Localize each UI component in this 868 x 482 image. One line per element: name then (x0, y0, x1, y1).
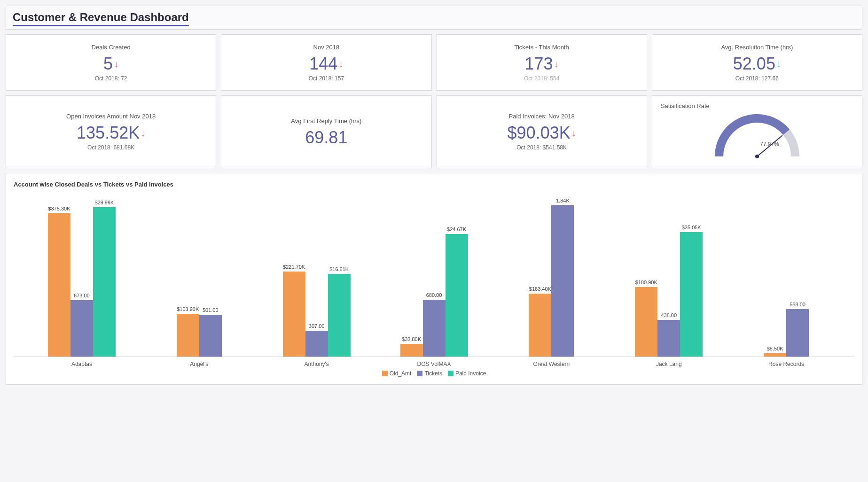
bar-value-label: $24.67K (447, 226, 466, 232)
chart-area: $375.30K673.00$29.99K$103.90K501.00$221.… (14, 202, 854, 357)
kpi-card-r2-2[interactable]: Paid Invoices: Nov 2018 $90.03K↓ Oct 201… (437, 95, 647, 168)
bar-value-label: 680.00 (426, 292, 442, 298)
kpi-sub: Oct 2018: 554 (524, 75, 559, 82)
bar-value-label: $375.30K (48, 206, 70, 211)
kpi-value: 52.05↓ (733, 55, 781, 72)
kpi-value: 144↓ (309, 55, 343, 72)
kpi-card-gauge[interactable]: Satisification Rate 77.97% (652, 95, 862, 168)
bar-old_amt[interactable]: $103.90K (177, 314, 199, 357)
kpi-value: $90.03K↓ (508, 124, 576, 141)
chart-title: Account wise Closed Deals vs Tickets vs … (14, 181, 854, 188)
kpi-card-r1-2[interactable]: Tickets - This Month 173↓ Oct 2018: 554 (437, 34, 647, 91)
legend-label: Paid Invoice (455, 370, 486, 377)
kpi-sub: Oct 2018: 127.66 (735, 75, 779, 82)
bar-value-label: $25.05K (682, 225, 701, 230)
gauge-icon: 77.97% (701, 109, 813, 161)
chart-legend: Old_Amt Tickets Paid Invoice (14, 370, 854, 377)
kpi-label: Avg First Reply Time (hrs) (291, 117, 361, 124)
bar-value-label: $180.90K (635, 280, 657, 285)
legend-paid-invoice[interactable]: Paid Invoice (448, 370, 486, 377)
bar-value-label: $16.61K (329, 266, 349, 272)
kpi-card-r2-1[interactable]: Avg First Reply Time (hrs) 69.81 (221, 95, 431, 168)
kpi-sub: Oct 2018: 681.68K (87, 144, 134, 151)
bar-old_amt[interactable]: $163.40K (529, 294, 551, 357)
bar-value-label: $8.50K (767, 346, 783, 351)
bar-paid-invoice[interactable]: $29.99K (93, 207, 116, 357)
bar-value-label: 307.00 (309, 323, 325, 329)
bar-tickets[interactable]: 568.00 (786, 309, 809, 357)
kpi-sub: Oct 2018: $541.58K (516, 144, 567, 151)
swatch-icon (448, 371, 454, 376)
bar-group: $8.50K568.00 (727, 309, 845, 357)
bar-old_amt[interactable]: $375.30K (48, 213, 70, 357)
bar-paid-invoice[interactable]: $24.67K (446, 234, 468, 357)
legend-label: Old_Amt (390, 370, 412, 377)
page-title: Customer & Revenue Dashboard (13, 11, 189, 26)
x-axis-label: Angel's (141, 357, 258, 367)
kpi-card-r2-0[interactable]: Open Invoices Amount Nov 2018 135.52K↓ O… (6, 95, 216, 168)
bar-old_amt[interactable]: $32.80K (400, 344, 423, 357)
kpi-card-r1-1[interactable]: Nov 2018 144↓ Oct 2018: 157 (221, 34, 431, 91)
arrow-down-icon: ↓ (141, 128, 145, 138)
chart-x-labels: AdaptasAngel'sAnthony'sDGS VolMAXGreat W… (14, 357, 854, 367)
swatch-icon (382, 371, 388, 376)
bar-tickets[interactable]: 307.00 (305, 331, 328, 357)
bar-group: $103.90K501.00 (141, 314, 258, 357)
bar-tickets[interactable]: 1.84K (551, 205, 574, 357)
kpi-card-r1-3[interactable]: Avg. Resolution Time (hrs) 52.05↓ Oct 20… (652, 34, 862, 91)
bar-value-label: $221.70K (283, 264, 305, 270)
kpi-label: Paid Invoices: Nov 2018 (509, 113, 575, 120)
arrow-down-icon: ↓ (554, 59, 559, 69)
gauge-wrap: 77.97% (661, 109, 853, 161)
x-axis-label: DGS VolMAX (375, 357, 493, 367)
chart-panel: Account wise Closed Deals vs Tickets vs … (6, 173, 862, 385)
bar-group: $32.80K680.00$24.67K (375, 234, 493, 357)
kpi-label: Tickets - This Month (514, 44, 569, 51)
kpi-card-r1-0[interactable]: Deals Created 5↓ Oct 2018: 72 (6, 34, 216, 91)
bar-value-label: 1.84K (556, 198, 570, 203)
gauge-title: Satisification Rate (661, 102, 710, 109)
bar-value-label: $103.90K (177, 306, 199, 312)
bar-paid-invoice[interactable]: $16.61K (328, 274, 351, 357)
bar-value-label: $32.80K (402, 336, 421, 342)
bar-tickets[interactable]: 501.00 (199, 315, 222, 357)
bar-value-label: 438.00 (661, 312, 677, 318)
swatch-icon (417, 371, 422, 376)
bar-value-label: 673.00 (74, 293, 90, 298)
legend-tickets[interactable]: Tickets (417, 370, 442, 377)
kpi-value: 69.81 (305, 129, 347, 146)
bar-old_amt[interactable]: $221.70K (283, 272, 305, 357)
kpi-sub: Oct 2018: 157 (309, 75, 344, 82)
bar-value-label: $163.40K (529, 286, 551, 292)
kpi-label: Avg. Resolution Time (hrs) (721, 44, 793, 51)
bar-tickets[interactable]: 438.00 (657, 320, 680, 357)
x-axis-label: Great Western (493, 357, 610, 367)
bar-group: $221.70K307.00$16.61K (258, 272, 375, 357)
legend-old-amt[interactable]: Old_Amt (382, 370, 412, 377)
legend-label: Tickets (424, 370, 442, 377)
x-axis-label: Adaptas (23, 357, 141, 367)
arrow-down-icon: ↓ (776, 59, 781, 69)
arrow-down-icon: ↓ (114, 59, 118, 69)
dashboard-header: Customer & Revenue Dashboard (6, 6, 862, 30)
bar-group: $180.90K438.00$25.05K (610, 232, 727, 357)
kpi-value: 135.52K↓ (77, 124, 145, 141)
kpi-value: 173↓ (525, 55, 559, 72)
kpi-row-2: Open Invoices Amount Nov 2018 135.52K↓ O… (6, 95, 862, 168)
svg-point-1 (755, 155, 759, 158)
kpi-row-1: Deals Created 5↓ Oct 2018: 72 Nov 2018 1… (6, 34, 862, 91)
bar-old_amt[interactable]: $180.90K (635, 287, 657, 357)
bar-value-label: 568.00 (790, 302, 805, 307)
bar-tickets[interactable]: 680.00 (423, 300, 446, 357)
x-axis-label: Anthony's (258, 357, 375, 367)
kpi-label: Deals Created (92, 44, 131, 51)
kpi-value: 5↓ (103, 55, 118, 72)
bar-old_amt[interactable]: $8.50K (764, 353, 786, 357)
bar-group: $375.30K673.00$29.99K (23, 207, 141, 357)
bar-group: $163.40K1.84K (493, 205, 610, 357)
bar-paid-invoice[interactable]: $25.05K (680, 232, 703, 357)
kpi-label: Open Invoices Amount Nov 2018 (66, 113, 156, 120)
svg-text:77.97%: 77.97% (760, 141, 779, 148)
kpi-sub: Oct 2018: 72 (95, 75, 127, 82)
bar-tickets[interactable]: 673.00 (70, 300, 93, 357)
